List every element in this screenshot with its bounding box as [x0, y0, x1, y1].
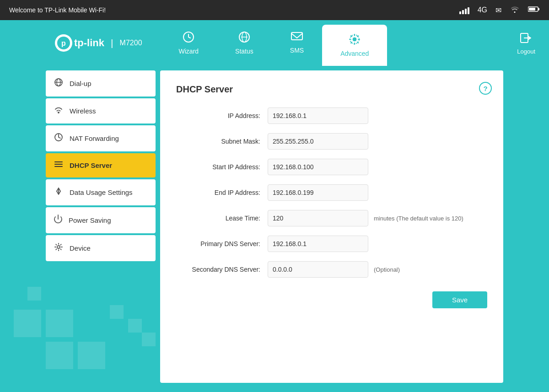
status-label: Status	[235, 48, 253, 55]
hint-secondary-dns: (Optional)	[374, 266, 400, 273]
input-subnet-mask[interactable]	[268, 133, 368, 150]
advanced-label: Advanced	[340, 50, 369, 57]
label-subnet-mask: Subnet Mask:	[176, 138, 268, 145]
sidebar-item-wireless[interactable]: Wireless	[46, 98, 156, 124]
tab-wizard[interactable]: Wizard	[161, 20, 217, 66]
signal-bars-icon	[459, 6, 469, 14]
svg-text:p: p	[61, 39, 66, 47]
wifi-icon	[510, 5, 520, 15]
form-fields: IP Address:Subnet Mask:Start IP Address:…	[176, 107, 487, 278]
battery-icon	[528, 6, 540, 14]
help-icon[interactable]: ?	[479, 82, 492, 95]
content-panel: DHCP Server ? IP Address:Subnet Mask:Sta…	[160, 70, 503, 383]
nat-icon	[54, 133, 63, 144]
bar1	[459, 11, 461, 14]
logo-area: p tp-link | M7200	[55, 20, 161, 66]
svg-point-10	[353, 38, 356, 41]
svg-rect-2	[529, 8, 535, 11]
dialup-label: Dial-up	[70, 80, 92, 87]
sms-icon	[291, 32, 303, 45]
power-saving-label: Power Saving	[69, 216, 111, 224]
bar4	[468, 7, 469, 14]
hint-lease-time: minutes (The default value is 120)	[374, 215, 463, 222]
input-ip-address[interactable]	[268, 107, 368, 124]
form-row-secondary-dns: Secondary DNS Server:(Optional)	[176, 261, 487, 278]
form-row-primary-dns: Primary DNS Server:	[176, 236, 487, 252]
input-end-ip[interactable]	[268, 184, 368, 201]
dhcp-label: DHCP Server	[70, 161, 112, 169]
wireless-icon	[54, 106, 63, 116]
logout-icon	[520, 32, 533, 46]
tab-sms[interactable]: SMS	[272, 20, 322, 66]
device-icon	[54, 242, 63, 254]
svg-rect-9	[291, 32, 302, 40]
sidebar-item-nat[interactable]: NAT Forwarding	[46, 125, 156, 151]
status-icon	[238, 31, 250, 46]
form-row-end-ip: End IP Address:	[176, 184, 487, 201]
label-primary-dns: Primary DNS Server:	[176, 240, 268, 247]
status-bar: Welcome to TP-Link Mobile Wi-Fi! 4G ✉	[0, 0, 549, 20]
header: p tp-link | M7200 Wizard	[0, 20, 549, 66]
4g-label: 4G	[478, 6, 487, 14]
label-end-ip: End IP Address:	[176, 189, 268, 196]
status-bar-title: Welcome to TP-Link Mobile Wi-Fi!	[9, 6, 459, 14]
input-primary-dns[interactable]	[268, 236, 368, 252]
sidebar-item-device[interactable]: Device	[46, 235, 156, 261]
label-start-ip: Start IP Address:	[176, 163, 268, 171]
device-label: Device	[70, 244, 91, 252]
input-secondary-dns[interactable]	[268, 261, 368, 278]
panel-title: DHCP Server	[176, 84, 487, 95]
label-ip-address: IP Address:	[176, 112, 268, 119]
sidebar-item-power-saving[interactable]: Power Saving	[46, 207, 156, 233]
sidebar-item-dhcp[interactable]: DHCP Server	[46, 153, 156, 177]
power-saving-icon	[54, 215, 62, 226]
input-lease-time[interactable]	[268, 210, 368, 226]
dhcp-icon	[54, 161, 63, 170]
wireless-label: Wireless	[70, 107, 96, 115]
tab-status[interactable]: Status	[217, 20, 272, 66]
logo-icon: p	[55, 34, 72, 52]
form-row-lease-time: Lease Time:minutes (The default value is…	[176, 210, 487, 226]
data-usage-icon	[54, 187, 63, 198]
wizard-icon	[183, 31, 194, 46]
svg-rect-1	[538, 8, 540, 11]
status-icons: 4G ✉	[459, 5, 540, 15]
logo-divider: |	[111, 38, 113, 48]
form-row-start-ip: Start IP Address:	[176, 159, 487, 175]
sidebar-item-dialup[interactable]: Dial-up	[46, 70, 156, 97]
tab-advanced[interactable]: Advanced	[322, 25, 387, 66]
logout-label: Logout	[517, 48, 535, 55]
nat-label: NAT Forwarding	[70, 134, 119, 142]
dialup-icon	[54, 78, 63, 89]
svg-point-21	[57, 246, 60, 248]
label-lease-time: Lease Time:	[176, 215, 268, 222]
nav-tabs: Wizard Status SMS	[161, 20, 504, 66]
sms-label: SMS	[290, 47, 304, 54]
sidebar: Dial-up Wireless NAT Forwarding	[46, 66, 156, 383]
sidebar-item-data-usage[interactable]: Data Usage Settings	[46, 179, 156, 205]
wizard-label: Wizard	[179, 48, 199, 55]
bar3	[465, 9, 467, 14]
form-row-ip-address: IP Address:	[176, 107, 487, 124]
model-name: M7200	[120, 39, 142, 47]
advanced-icon	[349, 33, 361, 48]
save-button[interactable]: Save	[432, 291, 487, 308]
brand-name: tp-link | M7200	[72, 37, 142, 49]
form-row-subnet-mask: Subnet Mask:	[176, 133, 487, 150]
logout-button[interactable]: Logout	[503, 20, 549, 66]
svg-point-16	[58, 112, 59, 113]
main-container: Dial-up Wireless NAT Forwarding	[0, 66, 549, 392]
data-usage-label: Data Usage Settings	[70, 188, 133, 196]
mail-icon: ✉	[495, 6, 501, 15]
label-secondary-dns: Secondary DNS Server:	[176, 266, 268, 273]
input-start-ip[interactable]	[268, 159, 368, 175]
bar2	[462, 10, 464, 14]
